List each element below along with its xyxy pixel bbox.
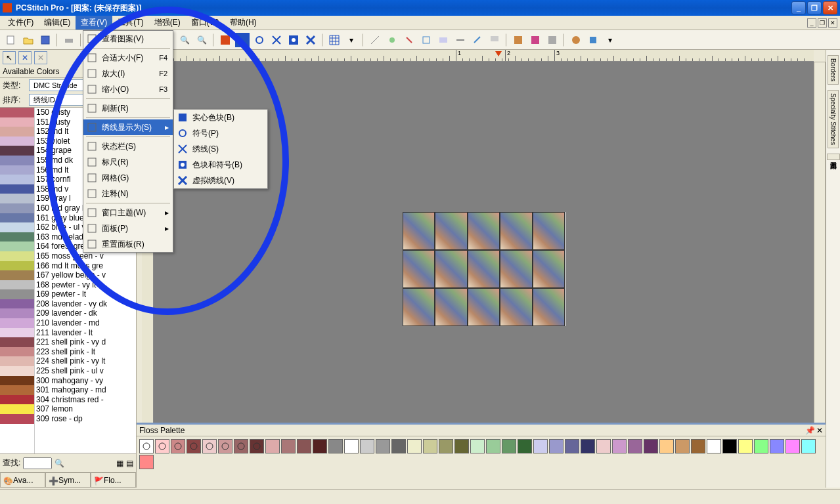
floss-swatch[interactable]	[581, 439, 595, 453]
floss-swatch[interactable]	[376, 439, 390, 453]
color-row[interactable]: 300 mahogany - vy	[35, 376, 136, 386]
view-menu-item[interactable]: 刷新(R)	[83, 100, 173, 116]
view-symbol-button[interactable]	[252, 33, 267, 47]
pattern-browser-tab[interactable]: 图案浏览器	[827, 154, 840, 160]
close-button[interactable]: ✕	[823, 1, 837, 14]
color-swatch[interactable]	[0, 280, 34, 290]
new-button[interactable]	[4, 33, 18, 47]
color-swatch[interactable]	[0, 175, 34, 184]
tool-j[interactable]	[528, 33, 542, 47]
vertical-scrollbar[interactable]	[814, 62, 826, 476]
floss-swatch[interactable]	[171, 439, 185, 453]
floss-swatch[interactable]	[502, 439, 516, 453]
floss-swatch[interactable]	[754, 439, 768, 453]
floss-swatch[interactable]	[738, 439, 753, 453]
tool-g[interactable]	[470, 33, 485, 47]
floss-swatch[interactable]	[722, 439, 737, 453]
floss-swatch[interactable]	[407, 439, 422, 453]
color-swatch[interactable]	[0, 404, 34, 414]
view-menu-item[interactable]: 合适大小(F)F4	[83, 50, 173, 66]
color-swatch[interactable]	[0, 414, 34, 424]
color-panel-tab-2[interactable]: 🚩Flo...	[91, 472, 136, 488]
floss-swatch[interactable]	[297, 439, 311, 453]
floss-swatch[interactable]	[707, 439, 721, 453]
floss-swatch[interactable]	[549, 439, 564, 453]
view-grid-button[interactable]	[218, 33, 232, 47]
menu-0[interactable]: 文件(F)	[3, 16, 39, 30]
color-row[interactable]: 208 lavender - vy dk	[35, 299, 136, 309]
specialty-stitches-tab[interactable]: Specialty Stitches	[828, 90, 839, 148]
view-x-button[interactable]	[269, 33, 284, 47]
color-panel-tab-1[interactable]: ➕Sym...	[45, 472, 91, 488]
color-row[interactable]: 309 rose - dp	[35, 414, 136, 424]
x-tool[interactable]: ✕	[18, 51, 32, 64]
list-opt-1[interactable]: ▦	[116, 459, 123, 468]
color-swatch[interactable]	[0, 356, 34, 366]
floss-swatch[interactable]	[391, 439, 406, 453]
color-row[interactable]: 167 yellow beige - v	[35, 270, 136, 280]
color-swatch[interactable]	[0, 108, 34, 117]
floss-swatch[interactable]	[281, 439, 296, 453]
color-swatch[interactable]	[0, 347, 34, 357]
mdi-restore[interactable]: ❐	[818, 18, 827, 28]
submenu-item-4[interactable]: 虚拟绣线(V)	[174, 173, 267, 188]
color-row[interactable]: 210 lavender - md	[35, 318, 136, 328]
print-button[interactable]	[62, 33, 76, 47]
color-swatch[interactable]	[0, 184, 34, 194]
floss-swatch[interactable]	[187, 439, 201, 453]
floss-swatch[interactable]	[565, 439, 579, 453]
tool-f[interactable]	[453, 33, 468, 47]
floss-swatch[interactable]	[250, 439, 264, 453]
color-swatch[interactable]	[0, 203, 34, 213]
view-menu-item[interactable]: 标尺(R)	[83, 154, 173, 170]
floss-swatch[interactable]	[533, 439, 548, 453]
color-panel-tab-0[interactable]: 🎨Ava...	[0, 472, 45, 488]
grid-dropdown[interactable]: ▾	[344, 33, 359, 47]
mdi-minimize[interactable]: _	[807, 18, 816, 28]
floss-swatch[interactable]	[202, 439, 217, 453]
floss-swatch[interactable]	[486, 439, 500, 453]
floss-swatch[interactable]	[628, 439, 642, 453]
submenu-item-0[interactable]: 实心色块(B)	[174, 110, 267, 125]
floss-swatch[interactable]	[155, 439, 169, 453]
tool-i[interactable]	[511, 33, 525, 47]
floss-swatch[interactable]	[770, 439, 784, 453]
color-swatch[interactable]	[0, 289, 34, 299]
tool-n[interactable]: ▾	[603, 33, 617, 47]
color-row[interactable]: 165 moss green - v	[35, 251, 136, 261]
menu-3[interactable]: 工具(T)	[112, 16, 148, 30]
floss-swatch[interactable]	[218, 439, 232, 453]
color-swatch[interactable]	[0, 318, 34, 328]
floss-swatch[interactable]	[265, 439, 280, 453]
view-menu-item[interactable]: 注释(N)	[83, 186, 173, 201]
floss-pin-button[interactable]: 📌	[805, 426, 815, 435]
floss-swatch[interactable]	[344, 439, 359, 453]
color-swatch[interactable]	[0, 251, 34, 261]
color-swatch[interactable]	[0, 242, 34, 251]
pointer-tool[interactable]: ↖	[3, 51, 16, 64]
floss-swatch[interactable]	[801, 439, 816, 453]
minimize-button[interactable]: _	[791, 1, 806, 14]
floss-close-button[interactable]: ✕	[816, 426, 823, 435]
floss-swatch[interactable]	[234, 439, 248, 453]
submenu-item-1[interactable]: 符号(P)	[174, 125, 267, 141]
x-tool-2[interactable]: ✕	[34, 51, 47, 64]
floss-swatch[interactable]	[675, 439, 690, 453]
color-row[interactable]: 301 mahogany - md	[35, 385, 136, 395]
maximize-button[interactable]: ❐	[807, 1, 822, 14]
view-menu-item[interactable]: 网格(G)	[83, 170, 173, 186]
view-menu-item[interactable]: 窗口主题(W)▸	[83, 205, 173, 220]
color-row[interactable]: 225 shell pink - ul v	[35, 366, 136, 376]
menu-4[interactable]: 增强(E)	[149, 16, 186, 30]
color-swatch[interactable]	[0, 270, 34, 280]
search-go-button[interactable]: 🔍	[55, 459, 64, 468]
tool-c[interactable]	[402, 33, 416, 47]
color-row[interactable]: 221 shell pink - vy d	[35, 337, 136, 347]
color-swatch[interactable]	[0, 328, 34, 338]
view-menu-item[interactable]: 状态栏(S)	[83, 138, 173, 154]
tool-h[interactable]	[487, 33, 502, 47]
view-combo-button[interactable]	[286, 33, 301, 47]
menu-5[interactable]: 窗口(W)	[186, 16, 225, 30]
view-menu-item[interactable]: 查看图案(V)	[83, 31, 173, 47]
color-swatch[interactable]	[0, 194, 34, 203]
